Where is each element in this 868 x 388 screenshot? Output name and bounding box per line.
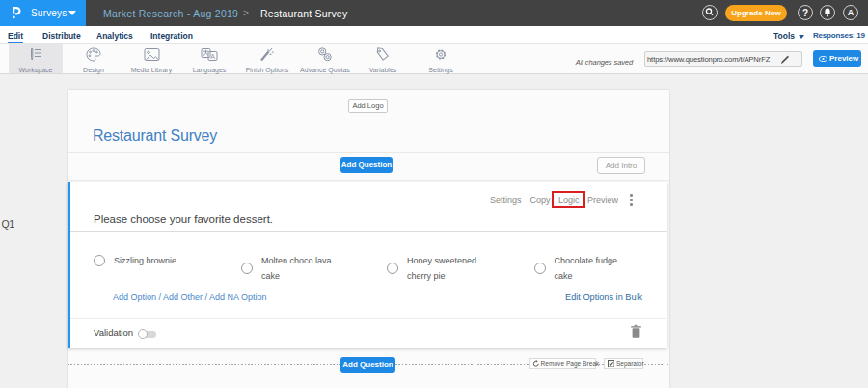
svg-text:A: A: [210, 53, 215, 60]
